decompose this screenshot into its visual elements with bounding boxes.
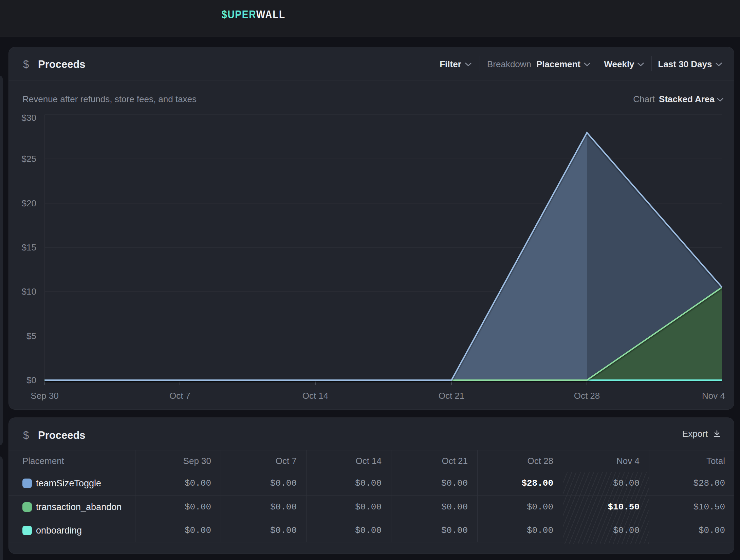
svg-text:$15: $15 xyxy=(22,242,36,253)
svg-text:$10: $10 xyxy=(22,286,36,297)
svg-text:Sep 30: Sep 30 xyxy=(31,391,58,401)
svg-text:Oct 21: Oct 21 xyxy=(439,391,465,401)
svg-text:Oct 7: Oct 7 xyxy=(169,391,190,401)
svg-text:$20: $20 xyxy=(22,198,36,208)
svg-text:Oct 14: Oct 14 xyxy=(302,391,329,401)
svg-text:$25: $25 xyxy=(22,154,36,164)
svg-text:Oct 28: Oct 28 xyxy=(574,391,600,401)
svg-text:Nov 4: Nov 4 xyxy=(702,391,725,401)
svg-text:$30: $30 xyxy=(22,113,36,123)
svg-text:$0: $0 xyxy=(26,375,36,385)
svg-text:$5: $5 xyxy=(26,331,36,341)
